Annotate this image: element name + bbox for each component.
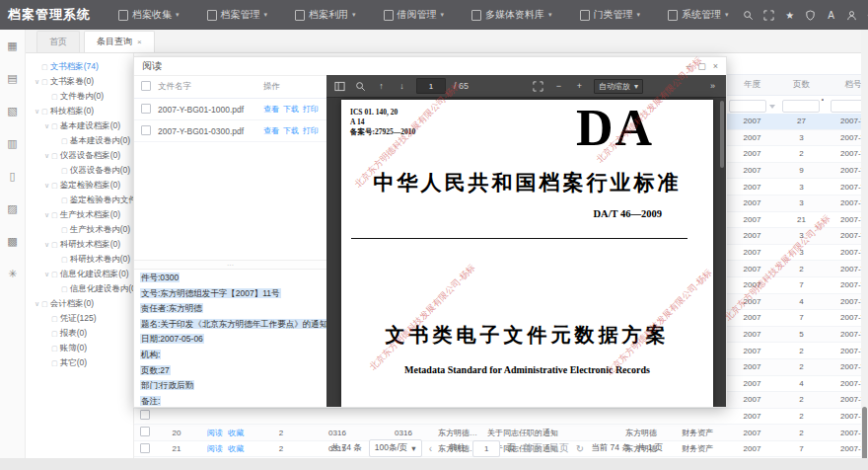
row-checkbox[interactable] (140, 427, 150, 436)
page-up-icon[interactable]: ↑ (375, 80, 388, 93)
tree-item-label: 基本建设卷内(0) (70, 135, 130, 147)
minimize-icon[interactable]: − (686, 61, 690, 71)
rail-borrow-icon[interactable]: ▯ (0, 160, 25, 193)
search-icon[interactable] (743, 9, 755, 21)
filter-input[interactable] (831, 100, 862, 113)
rail-apps-icon[interactable]: ▦ (0, 30, 25, 62)
rail-system-icon[interactable]: ✳ (0, 258, 25, 290)
page-number-input[interactable] (416, 78, 446, 94)
nav-menu-2[interactable]: 档案利用▾ (281, 0, 370, 30)
tree-item[interactable]: ∨▢鉴定检验档案(0) (25, 178, 133, 193)
page-scrollbar[interactable] (861, 30, 868, 470)
file-row[interactable]: 2007-Y-BG01-1000.pdf查看下载打印 (134, 99, 326, 120)
rail-use-icon[interactable]: ▥ (0, 127, 25, 160)
tree-item[interactable]: ▢报表(0) (25, 326, 133, 341)
file-checkbox[interactable] (141, 104, 151, 114)
download-link[interactable]: 下载 (283, 126, 299, 135)
view-link[interactable]: 查看 (263, 126, 279, 135)
filter-input[interactable] (729, 100, 766, 113)
node-icon: ▢ (41, 78, 48, 86)
nav-menu-1[interactable]: 档案管理▾ (193, 0, 282, 30)
row-checkbox[interactable] (140, 410, 150, 420)
nav-menu-6[interactable]: 系统管理▾ (654, 0, 743, 30)
filter-input[interactable] (782, 100, 820, 113)
prev-page-button[interactable]: ‹ (429, 443, 432, 454)
tree-item[interactable]: ∨▢生产技术档案(0) (25, 207, 133, 222)
tree-item[interactable]: ▢生产技术卷内(0) (25, 222, 133, 237)
refresh-icon[interactable]: ↻ (576, 443, 584, 454)
table-cell: 3 (779, 183, 824, 192)
favorite-link[interactable]: 收藏 (228, 429, 244, 437)
tree-item[interactable]: ∨▢会计档案(0) (25, 296, 133, 311)
fullscreen-icon[interactable] (763, 9, 775, 21)
tree-item[interactable]: ▢文件卷内(0) (25, 89, 133, 104)
close-icon[interactable]: × (713, 61, 718, 71)
tree-item[interactable]: ∨▢仪器设备档案(0) (25, 148, 133, 163)
tree-item[interactable]: ▢科研技术卷内(0) (25, 252, 133, 267)
zoom-select[interactable]: 自动缩放 ▾ (594, 79, 643, 94)
file-checkbox[interactable] (141, 125, 151, 135)
table-row[interactable]: 200722007-Y (133, 409, 861, 426)
pdf-scrollbar[interactable] (720, 101, 724, 168)
tree-item[interactable]: ∨▢基本建设档案(0) (25, 118, 133, 133)
tree-item[interactable]: ∨▢信息化建设档案(0) (25, 267, 133, 281)
last-page-button[interactable]: 尾页 (549, 441, 569, 455)
presentation-mode-icon[interactable] (532, 80, 544, 93)
page-size-select[interactable]: 100条/页▾ (369, 439, 422, 457)
modal-header[interactable]: 阅读 − ▢ × (134, 57, 726, 75)
tree-item[interactable]: ▢鉴定检验卷内文件(0) (25, 193, 133, 207)
tree-item[interactable]: ▢仪器设备卷内(0) (25, 163, 133, 178)
table-cell: 2007 (725, 330, 779, 339)
font-size-icon[interactable]: A (826, 9, 837, 21)
table-cell: 东方明德组.. (435, 428, 484, 438)
next-page-button[interactable]: › (439, 443, 442, 454)
download-link[interactable]: 下载 (283, 105, 299, 114)
tree-item[interactable]: ▢文书档案(74) (25, 59, 133, 74)
app-title: 档案管理系统 (8, 6, 91, 24)
read-link[interactable]: 阅读 (207, 429, 223, 437)
toolbar-more-icon[interactable]: » (706, 80, 719, 93)
zoom-in-icon[interactable]: + (573, 80, 586, 93)
table-cell: 20 (157, 429, 196, 437)
maximize-icon[interactable]: ▢ (697, 61, 706, 71)
tree-caret-icon: ∨ (42, 271, 51, 278)
tree-item[interactable]: ▢基本建设卷内(0) (25, 133, 133, 148)
nav-menu-5[interactable]: 门类管理▾ (566, 0, 655, 30)
select-all-checkbox[interactable] (141, 81, 151, 91)
zoom-out-icon[interactable]: − (552, 80, 565, 93)
rail-collect-icon[interactable]: ▤ (0, 62, 25, 95)
tree-item[interactable]: ▢信息化建设卷内(0) (25, 281, 133, 296)
tree-item[interactable]: ▢凭证(125) (25, 311, 133, 326)
nav-menu-3[interactable]: 借阅管理▾ (370, 0, 459, 30)
tree-item[interactable]: ∨▢科技档案(0) (25, 104, 133, 118)
filter-icon[interactable] (769, 105, 775, 109)
table-cell: 2 (779, 429, 824, 437)
first-page-button[interactable]: 首页 (523, 441, 542, 455)
node-icon: ▢ (61, 285, 68, 293)
print-link[interactable]: 打印 (303, 126, 319, 135)
tree-item[interactable]: ∨▢文书案卷(0) (25, 74, 133, 89)
page-down-icon[interactable]: ↓ (396, 80, 408, 93)
goto-page-input[interactable] (472, 440, 500, 457)
tab-1[interactable]: 条目查询× (84, 31, 155, 52)
tree-item[interactable]: ∨▢科研技术档案(0) (25, 237, 133, 252)
shield-icon[interactable] (805, 9, 817, 21)
rail-manage-icon[interactable]: ▧ (0, 95, 25, 127)
tree-item[interactable]: ▢账簿(0) (25, 341, 133, 355)
find-icon[interactable] (354, 80, 367, 93)
tab-0[interactable]: 首页 (36, 31, 80, 52)
sidebar-toggle-icon[interactable] (333, 80, 346, 93)
nav-menu-4[interactable]: 多媒体资料库▾ (458, 0, 566, 30)
tree-item[interactable]: ▢其它(0) (25, 355, 133, 370)
view-link[interactable]: 查看 (263, 105, 279, 114)
file-row[interactable]: 2007-Y-BG01-0300.pdf查看下载打印 (134, 120, 326, 142)
user-icon[interactable] (846, 9, 858, 21)
scrollbar-thumb[interactable] (862, 407, 867, 462)
rail-media-icon[interactable]: ▨ (0, 193, 25, 225)
star-icon[interactable]: ★ (784, 9, 796, 21)
print-link[interactable]: 打印 (303, 105, 319, 114)
nav-menu-0[interactable]: 档案收集▾ (105, 0, 193, 30)
tab-close-icon[interactable]: × (137, 38, 142, 46)
node-icon: ▢ (51, 345, 58, 352)
rail-category-icon[interactable]: ▩ (0, 225, 25, 258)
